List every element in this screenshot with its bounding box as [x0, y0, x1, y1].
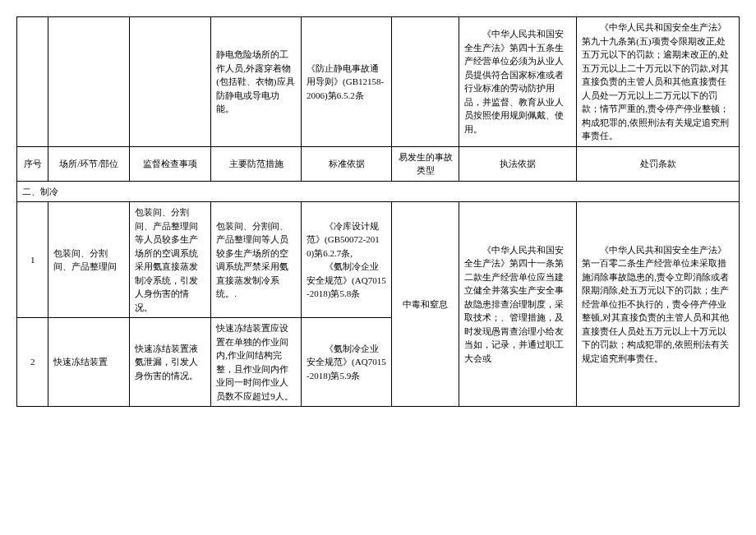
header-inspect: 监督检查事项 — [130, 146, 211, 181]
cell-standard: 《冷库设计规范》(GB50072-2010)第6.2.7条, 《氨制冷企业安全规… — [302, 202, 392, 318]
cell-standard: 《防止静电事故通用导则》(GB12158-2006)第6.5.2条 — [302, 17, 392, 147]
header-penalty: 处罚条款 — [577, 146, 740, 181]
cell-basis: 《中华人民共和国安全生产法》第四十五条生产经营单位必须为从业人员提供符合国家标准… — [459, 17, 577, 147]
cell-seq — [17, 17, 48, 147]
cell-accident: 中毒和窒息 — [391, 202, 459, 407]
cell-place: 快速冻结装置 — [48, 318, 130, 407]
table-row: 1 包装间、分割间、产品整理间 包装间、分割间、产品整理间等人员较多生产场所的空… — [17, 202, 740, 318]
cell-basis: 《中华人民共和国安全生产法》第四十一条第二款生产经营单位应当建立健全并落实生产安… — [459, 202, 577, 407]
cell-penalty: 《中华人民共和国安全生产法》第九十九条第(五)项责令限期改正,处五万元以下的罚款… — [577, 17, 740, 147]
cell-inspect — [130, 17, 211, 147]
header-seq: 序号 — [17, 146, 48, 181]
header-accident: 易发生的事故类型 — [391, 146, 459, 181]
section-label: 二、制冷 — [17, 181, 740, 202]
cell-measure: 静电危险场所的工作人员,外露穿着物(包括鞋、衣物)应具防静电或导电功能。 — [211, 17, 302, 147]
section-row: 二、制冷 — [17, 181, 740, 202]
table-row: 静电危险场所的工作人员,外露穿着物(包括鞋、衣物)应具防静电或导电功能。 《防止… — [17, 17, 740, 147]
cell-place — [48, 17, 130, 147]
cell-inspect: 包装间、分割间、产品整理间等人员较多生产场所的空调系统采用氨直接蒸发制冷系统，引… — [130, 202, 211, 318]
cell-measure: 包装间、分割间、产品整理间等人员较多生产场所的空调系统严禁采用氨直接蒸发制冷系统… — [211, 202, 302, 318]
cell-measure: 快速冻结装置应设置在单独的作业间内,作业间结构完整，且作业间内作业同一时间作业人… — [211, 318, 302, 407]
cell-seq: 1 — [17, 202, 48, 318]
header-basis: 执法依据 — [459, 146, 577, 181]
cell-seq: 2 — [17, 318, 48, 407]
cell-penalty: 《中华人民共和国安全生产法》第一百零二条生产经营单位未采取措施消除事故隐患的,责… — [577, 202, 740, 407]
header-standard: 标准依据 — [302, 146, 392, 181]
table-header-row: 序号 场所/环节/部位 监督检查事项 主要防范措施 标准依据 易发生的事故类型 … — [17, 146, 740, 181]
cell-inspect: 快速冻结装置液氨泄漏，引发人身伤害的情况。 — [130, 318, 211, 407]
cell-accident — [391, 17, 459, 147]
cell-place: 包装间、分割间、产品整理间 — [48, 202, 130, 318]
header-measure: 主要防范措施 — [211, 146, 302, 181]
header-place: 场所/环节/部位 — [48, 146, 130, 181]
regulation-table: 静电危险场所的工作人员,外露穿着物(包括鞋、衣物)应具防静电或导电功能。 《防止… — [16, 16, 740, 407]
cell-standard: 《氨制冷企业安全规范》(AQ7015-2018)第5.9条 — [302, 318, 392, 407]
